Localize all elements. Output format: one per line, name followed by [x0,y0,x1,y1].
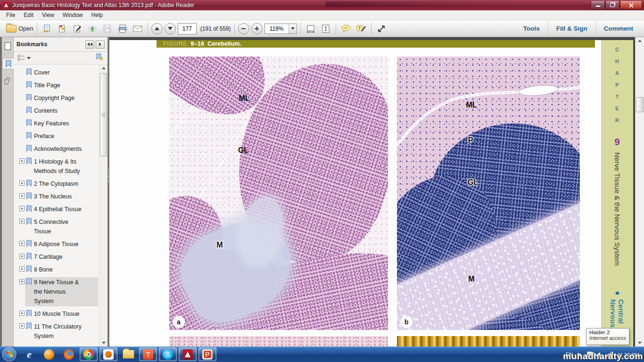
open-button[interactable]: Open [6,23,33,35]
tab-tools[interactable]: Tools [515,20,548,37]
scroll-up-button[interactable] [100,65,107,72]
bookmark-icon [26,253,32,262]
expand-icon[interactable] [19,193,25,198]
bookmark-item-preface[interactable]: Preface [18,131,98,141]
menu-help[interactable]: Help [87,10,107,20]
next-figure-preview-left [169,336,388,346]
expand-icon[interactable] [19,206,25,211]
minimize-button[interactable] [591,1,605,9]
scroll-down-button[interactable] [636,339,644,346]
start-button[interactable] [2,347,17,362]
taskbar-firefox[interactable] [60,347,78,361]
bookmark-item-ch4[interactable]: 4 Epithelial Tissue [18,204,98,214]
restore-button[interactable] [605,1,619,9]
fit-width-button[interactable] [304,23,317,35]
bookmark-item-ch7[interactable]: 7 Cartilage [18,252,98,262]
expand-icon[interactable] [19,181,25,186]
zoom-in-button[interactable] [251,23,263,34]
bookmark-options-button[interactable] [17,55,31,61]
page-thumbnails-button[interactable] [3,41,12,51]
taskbar-adobe-reader[interactable] [179,347,197,361]
tab-fill-sign[interactable]: Fill & Sign [548,20,595,37]
chapter-title: Nerve Tissue & the Nervous System [613,152,621,287]
bookmark-item-acknowledgments[interactable]: Acknowledgments [18,144,98,154]
bookmark-item-ch5[interactable]: 5 Connective Tissue [18,217,98,237]
scrollbar-thumb[interactable] [636,97,644,112]
highlight-text-button[interactable]: T [355,23,368,35]
menu-window[interactable]: Window [58,10,87,20]
taskbar-file-explorer[interactable] [119,347,137,361]
menu-file[interactable]: File [2,10,19,20]
expand-icon[interactable] [19,311,25,316]
sign-button[interactable] [71,23,84,35]
bookmark-item-contents[interactable]: Contents [18,106,98,116]
expand-icon[interactable] [19,254,25,259]
taskbar-media-player[interactable] [99,347,117,361]
figure-word: FIGURE [163,41,187,47]
menu-edit[interactable]: Edit [19,10,38,20]
gom-player-icon [44,349,54,360]
expand-icon[interactable] [19,241,25,246]
taskbar-tango[interactable]: T [139,347,157,361]
bookmark-item-ch11[interactable]: 11 The Circulatory System [18,321,98,341]
bookmark-item-key-features[interactable]: Key Features [18,118,98,129]
send-cloud-button[interactable] [86,23,99,35]
attachments-button[interactable] [3,76,12,86]
options-list-icon [17,55,25,61]
previous-page-button[interactable] [151,23,163,34]
zoom-level-select[interactable]: 119% [264,24,297,34]
bookmark-item-cover[interactable]: Cover [18,67,98,78]
bookmark-item-title-page[interactable]: Title Page [18,80,98,90]
bookmarks-scrollbar[interactable] [99,65,107,346]
zoom-dropdown-button[interactable] [289,24,297,33]
create-pdf-button[interactable] [56,23,69,35]
export-pdf-button[interactable] [41,23,54,35]
expand-icon[interactable] [19,279,25,284]
zoom-out-button[interactable] [238,23,249,34]
expand-icon[interactable] [19,158,25,164]
bookmark-item-ch2[interactable]: 2 The Cytoplasm [18,179,98,189]
open-label: Open [18,25,33,32]
bookmark-item-ch6[interactable]: 6 Adipose Tissue [18,239,98,249]
page-number-input[interactable] [178,23,197,34]
label-m: M [216,241,223,249]
scroll-down-button[interactable] [100,339,107,346]
email-button[interactable] [131,23,144,35]
bookmark-icon [26,157,32,166]
taskbar-internet-explorer[interactable]: e [20,347,38,361]
bookmark-item-ch9-selected[interactable]: 9 Nerve Tissue & the Nervous System [18,277,98,306]
expand-icon[interactable] [19,323,25,329]
figure-banner: FIGURE 9–16 Cerebellum. [157,40,595,48]
taskbar-chrome[interactable] [80,347,98,361]
taskbar-skype[interactable]: S [159,347,177,361]
bookmark-item-ch1[interactable]: 1 Histology & Its Methods of Study [18,156,98,176]
expand-panel-button[interactable] [96,41,105,49]
fit-page-button[interactable] [319,23,332,35]
bookmark-item-copyright[interactable]: Copyright Page [18,93,98,103]
bookmark-item-ch3[interactable]: 3 The Nucleus [18,191,98,202]
bookmark-item-ch8[interactable]: 8 Bone [18,264,98,275]
fullscreen-button[interactable] [375,23,388,35]
comment-bubble-button[interactable] [339,23,353,35]
new-bookmark-button[interactable] [96,53,104,63]
save-button[interactable] [101,23,114,35]
bookmarks-panel-button[interactable] [2,58,14,69]
scrollbar-thumb[interactable] [100,73,107,156]
bookmarks-tree: Cover Title Page Copyright Page Contents… [14,65,99,346]
figure-number: 9–16 [190,40,204,47]
expand-icon[interactable] [19,266,25,272]
print-button[interactable] [116,23,129,35]
menu-view[interactable]: View [38,10,58,20]
expand-icon[interactable] [19,219,25,224]
tango-icon: T [143,349,153,360]
bookmark-item-ch10[interactable]: 10 Muscle Tissue [18,309,98,319]
scroll-up-button[interactable] [636,37,644,44]
taskbar-gom-player[interactable] [40,347,58,361]
taskbar-powerpoint[interactable]: P [198,347,216,361]
tab-comment[interactable]: Comment [595,20,641,37]
next-page-button[interactable] [165,23,176,34]
collapse-panel-button[interactable] [85,41,94,49]
close-button[interactable] [620,1,642,9]
minimize-icon [596,6,600,7]
document-scrollbar[interactable] [635,37,644,346]
